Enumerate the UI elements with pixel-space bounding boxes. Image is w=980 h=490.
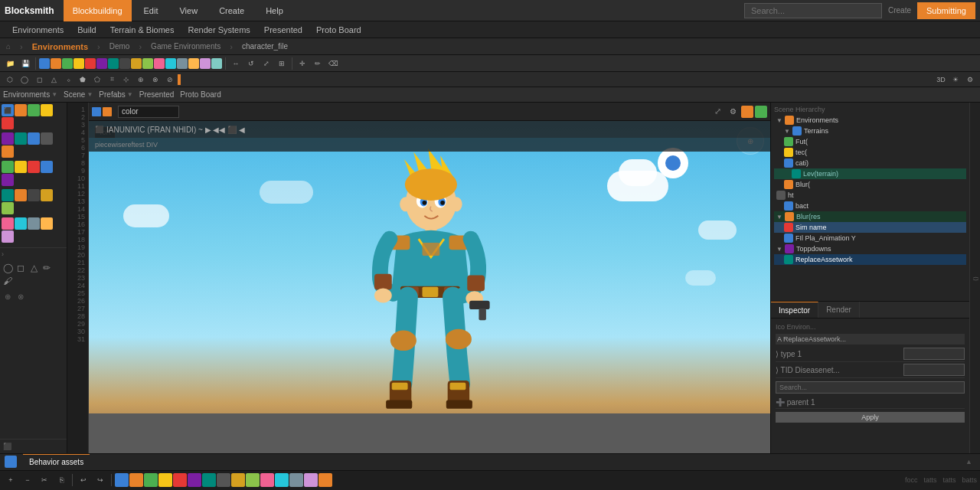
left-icon-2-1[interactable] <box>2 132 14 145</box>
nav-assets[interactable]: Environments ▼ <box>3 90 57 99</box>
left-icon-5-4[interactable] <box>41 217 53 230</box>
tree-item-10[interactable]: Sim name <box>774 222 966 233</box>
left-icon-2-5[interactable] <box>2 145 14 158</box>
bt-color-6[interactable] <box>188 473 201 487</box>
tree-item-19[interactable]: ▼ Toppdowns <box>774 243 966 254</box>
tb2-btn9[interactable]: ⊹ <box>119 73 133 87</box>
bt-color-2[interactable] <box>129 473 143 487</box>
inspector-apply-btn[interactable]: Apply <box>776 412 965 423</box>
tb-move-btn[interactable]: ↔ <box>229 57 243 70</box>
left-expand-arrow[interactable]: › <box>0 247 67 260</box>
color-mixed3[interactable] <box>154 58 165 69</box>
editor-expand-btn[interactable]: ⤢ <box>710 105 724 119</box>
nav-present[interactable]: Presented <box>139 90 175 99</box>
menu-terrain[interactable]: Terrain & Biomes <box>104 24 181 36</box>
color-yellow[interactable] <box>74 58 84 69</box>
bt-color-3[interactable] <box>144 473 158 487</box>
left-icon-4-5[interactable] <box>2 202 14 214</box>
bt-color-1[interactable] <box>115 473 129 487</box>
left-icon-assets[interactable] <box>15 104 27 116</box>
editor-orange-btn[interactable] <box>741 106 753 118</box>
color-mixed6[interactable] <box>188 58 199 69</box>
left-shape-circle[interactable]: ◯ <box>2 262 14 274</box>
tree-item-3[interactable]: tec( <box>774 147 966 158</box>
color-orange[interactable] <box>51 58 61 69</box>
bt-minus-btn[interactable]: − <box>20 472 35 488</box>
tb2-btn4[interactable]: △ <box>47 73 60 87</box>
bt-color-11[interactable] <box>260 473 274 487</box>
editor-green-btn[interactable] <box>755 106 767 118</box>
tb2-btn8[interactable]: ⌗ <box>105 73 119 87</box>
left-icon-scenes[interactable]: ⬛ <box>2 104 14 116</box>
left-icon-4-3[interactable] <box>28 189 40 201</box>
tb-save-btn[interactable]: 💾 <box>18 57 32 70</box>
left-icon-4-4[interactable] <box>41 189 53 201</box>
left-pen-tool[interactable]: ✏ <box>41 262 53 274</box>
bottom-tab-behavior[interactable]: Behavior assets <box>23 454 90 469</box>
left-icon-3-2[interactable] <box>15 161 27 173</box>
tree-item-2[interactable]: Fut( <box>774 136 966 147</box>
left-shape-triangle[interactable]: △ <box>28 262 40 274</box>
left-shape-square[interactable]: ◻ <box>15 262 27 274</box>
bt-color-13[interactable] <box>289 473 303 487</box>
bt-color-15[interactable] <box>318 473 332 487</box>
tree-item-0[interactable]: ▼ Environments <box>774 115 966 126</box>
tb-eraser-btn[interactable]: ⌫ <box>326 57 340 70</box>
inspector-input-type1[interactable] <box>903 348 965 360</box>
inspector-tab-inspector[interactable]: Inspector <box>771 302 818 318</box>
tb2-btn7[interactable]: ⬠ <box>90 73 104 87</box>
editor-settings-btn[interactable]: ⚙ <box>726 105 740 119</box>
tree-item-5[interactable]: Lev(terrain) <box>774 168 966 179</box>
scene-name-input[interactable] <box>118 106 179 118</box>
tree-item-11[interactable]: FIl Pla_Animation Y <box>774 233 966 243</box>
left-icon-7-2[interactable]: ⊗ <box>15 290 27 302</box>
tb2-btn2[interactable]: ◯ <box>18 73 31 87</box>
color-dark[interactable] <box>119 58 130 69</box>
inspector-input-tid[interactable] <box>903 364 965 376</box>
bt-color-12[interactable] <box>275 473 289 487</box>
left-icon-3-1[interactable] <box>2 161 14 173</box>
tb2-3d-btn[interactable]: 3D <box>934 73 948 87</box>
left-icon-3-5[interactable] <box>2 174 14 186</box>
color-red[interactable] <box>85 58 96 69</box>
inspector-tab-render[interactable]: Render <box>818 302 860 318</box>
bt-color-8[interactable] <box>217 473 230 487</box>
left-icon-7-1[interactable]: ⊕ <box>2 290 14 302</box>
color-mixed5[interactable] <box>177 58 188 69</box>
left-icon-prefabs[interactable] <box>28 104 40 116</box>
tb2-btn10[interactable]: ⊕ <box>134 73 148 87</box>
left-icon-5-2[interactable] <box>15 217 27 230</box>
scene-viewport[interactable]: ⬛ IANUNIVIC (FRAN NHIDI) ~ ▶ ◀◀ ⬛ ◀ piec… <box>89 121 770 453</box>
tb2-btn3[interactable]: ◻ <box>32 73 46 87</box>
collapse-right-panel[interactable]: ⟨⟩ <box>969 103 980 453</box>
color-green[interactable] <box>62 58 73 69</box>
tb2-btn5[interactable]: ⬦ <box>61 73 75 87</box>
color-purple[interactable] <box>96 58 107 69</box>
tb2-btn1[interactable]: ⬡ <box>3 73 17 87</box>
left-icon-2-3[interactable] <box>28 132 40 145</box>
tb-cursor-btn[interactable]: ✛ <box>296 57 309 70</box>
nav-scene[interactable]: Scene ▼ <box>64 90 93 99</box>
left-icon-5-1[interactable] <box>2 217 14 230</box>
left-paint-tool[interactable]: 🖌 <box>2 275 14 287</box>
color-mixed4[interactable] <box>165 58 176 69</box>
bt-color-14[interactable] <box>304 473 318 487</box>
color-mixed8[interactable] <box>211 58 222 69</box>
tree-item-1[interactable]: ▼ Terrains <box>774 126 966 136</box>
menu-build[interactable]: Build <box>71 24 102 36</box>
left-icon-materials[interactable] <box>41 104 53 116</box>
color-blue[interactable] <box>39 58 50 69</box>
bt-undo-btn[interactable]: ↩ <box>76 472 91 488</box>
left-icon-3-3[interactable] <box>28 161 40 173</box>
global-search-input[interactable] <box>744 3 882 18</box>
menu-protoboard[interactable]: Proto Board <box>310 24 368 36</box>
left-icon-4-2[interactable] <box>15 189 27 201</box>
color-teal[interactable] <box>108 58 119 69</box>
tb2-btn6[interactable]: ⬟ <box>76 73 90 87</box>
menu-render[interactable]: Render Systems <box>182 24 256 36</box>
nav-protoboard[interactable]: Proto Board <box>180 90 220 99</box>
menu-environments[interactable]: Environments <box>6 24 70 36</box>
bt-color-10[interactable] <box>246 473 260 487</box>
tree-item-6[interactable]: Blur( <box>774 179 966 190</box>
nav-prefabs[interactable]: Prefabs ▼ <box>99 90 132 99</box>
